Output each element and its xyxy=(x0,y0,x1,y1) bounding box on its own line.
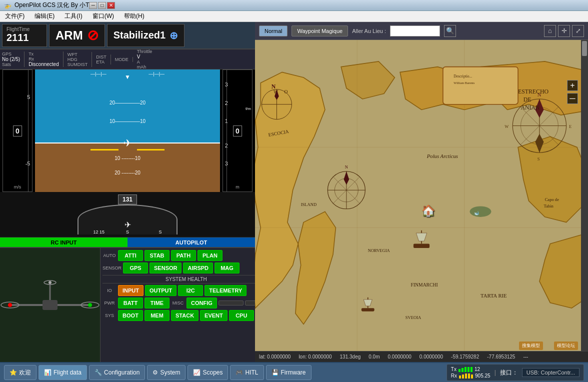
stab-label: Stabilized1 xyxy=(114,30,166,41)
menu-edit[interactable]: 编辑(E) xyxy=(32,11,58,22)
tx-bar-3 xyxy=(464,367,466,372)
rx-label: Rx xyxy=(28,56,59,62)
event-button[interactable]: EVENT xyxy=(200,310,228,321)
mag-button[interactable]: MAG xyxy=(214,262,240,274)
arm-stop-icon[interactable]: ⊘ xyxy=(87,27,98,44)
stab-button[interactable]: STAB xyxy=(144,250,170,261)
close-button[interactable]: ✕ xyxy=(107,2,115,9)
firmware-icon: 💾 xyxy=(272,369,279,376)
status-val1: 0.0000000 xyxy=(388,354,412,360)
airspd-button[interactable]: AIRSPD xyxy=(183,262,213,274)
map-search-button[interactable]: 🔍 xyxy=(444,25,456,37)
stab-icon: ⊕ xyxy=(170,30,178,42)
mem-button[interactable]: MEM xyxy=(144,310,170,321)
dist-section: DIST ETA xyxy=(96,54,111,64)
output-button[interactable]: OUTPUT xyxy=(145,285,176,296)
time-button[interactable]: TIME xyxy=(144,298,170,308)
map-panel: Normal Waypoint Magique Aller Au Lieu : … xyxy=(255,22,588,362)
rx-bar-4 xyxy=(468,374,470,378)
sumdist-label: SUMDIST xyxy=(68,62,88,67)
top-status-bar: FlightTime 2111 ARM ⊘ Stabilized1 ⊕ xyxy=(0,22,255,50)
batt-button[interactable]: BATT xyxy=(118,298,143,308)
map-svg: N S E W N ES xyxy=(255,40,588,351)
i2c-button[interactable]: I2C xyxy=(178,285,203,296)
ground-marker-right xyxy=(137,149,165,150)
zoom-in-button[interactable]: + xyxy=(567,80,578,91)
zoom-controls: + ─ xyxy=(567,80,578,104)
welcome-label: 欢迎 xyxy=(19,368,31,377)
taskbar-firmware[interactable]: 💾 Firmware xyxy=(266,365,312,380)
tx-row: Tx 12 xyxy=(451,366,490,372)
map-tab-normal[interactable]: Normal xyxy=(259,26,288,36)
status-val3: -59.1759282 xyxy=(451,354,479,360)
pitch-10-up: 10—————10 xyxy=(110,118,146,124)
rx-bar-3 xyxy=(465,374,467,378)
svg-rect-46 xyxy=(414,244,430,248)
flight-label: Flight data xyxy=(54,369,82,376)
eta-label: ETA xyxy=(96,60,106,64)
map-view[interactable]: N S E W N ES xyxy=(255,40,588,351)
map-expand-button[interactable]: ⤢ xyxy=(572,25,584,37)
svg-text:ESTRECHO: ESTRECHO xyxy=(518,88,548,95)
map-tab-waypoint[interactable]: Waypoint Magique xyxy=(292,26,348,36)
path-button[interactable]: PATH xyxy=(171,250,196,261)
taskbar-hitl[interactable]: 🎮 HITL xyxy=(230,365,264,380)
location-input[interactable] xyxy=(390,26,440,36)
map-scrollbar[interactable] xyxy=(581,40,588,351)
maximize-button[interactable]: □ xyxy=(98,2,106,9)
taskbar-scopes[interactable]: 📈 Scopes xyxy=(188,365,228,380)
tx-bar-2 xyxy=(462,368,464,372)
gps-button[interactable]: GPS xyxy=(123,262,148,274)
plan-button[interactable]: PLAN xyxy=(198,250,222,261)
aller-au-lieu-label: Aller Au Lieu : xyxy=(352,28,386,34)
taskbar-configuration[interactable]: 🔧 Configuration xyxy=(89,365,145,380)
config-button[interactable]: CONFIG xyxy=(186,298,217,308)
atti-button[interactable]: ATTI xyxy=(118,250,143,261)
menu-tools[interactable]: 工具(I) xyxy=(62,11,85,22)
menu-window[interactable]: 窗口(W) xyxy=(90,11,117,22)
scroll-thumb[interactable] xyxy=(582,41,587,56)
map-home-button[interactable]: ⌂ xyxy=(544,25,556,37)
svg-text:Capo de: Capo de xyxy=(545,197,559,202)
compass-arc: S 12 15 S ✈ xyxy=(78,204,178,234)
auto-row-label: AUTO xyxy=(102,253,116,258)
svg-rect-63 xyxy=(443,67,518,104)
pitch-10-down: 10 --------10 xyxy=(114,156,140,161)
port-separator: | xyxy=(494,369,496,376)
minimize-button[interactable]: ─ xyxy=(89,2,97,9)
stab-status-box: Stabilized1 ⊕ xyxy=(107,24,184,47)
compass-area: 131 S 12 15 S ✈ xyxy=(0,192,255,237)
svg-text:ANIAN: ANIAN xyxy=(520,104,540,111)
stack-button[interactable]: STACK xyxy=(171,310,198,321)
map-move-button[interactable]: ✛ xyxy=(558,25,570,37)
compass-display: 131 S 12 15 S ✈ xyxy=(78,194,178,234)
pwr-row: PWR BATT TIME MISC CONFIG xyxy=(102,298,270,308)
zoom-out-button[interactable]: ─ xyxy=(567,93,578,104)
svg-text:ISLAND: ISLAND xyxy=(301,202,316,207)
boot-button[interactable]: BOOT xyxy=(118,310,143,321)
status-lat: lat: 0.0000000 xyxy=(259,354,290,360)
cpu-button[interactable]: CPU xyxy=(229,310,254,321)
menu-help[interactable]: 帮助(H) xyxy=(121,11,148,22)
tx-bar-4 xyxy=(468,367,470,372)
taskbar-welcome[interactable]: ⭐ 欢迎 xyxy=(4,365,36,380)
pwr-extra1[interactable] xyxy=(218,300,244,306)
titlebar: 🚁 OpenPilot GCS 汉化 By 小T ─ □ ✕ xyxy=(0,0,588,11)
home-icon-marker: 🏠 xyxy=(422,204,435,217)
telemetry-button[interactable]: TELEMETRY xyxy=(204,285,246,296)
menubar: 文件(F) 编辑(E) 工具(I) 窗口(W) 帮助(H) xyxy=(0,11,588,22)
v-label: V xyxy=(137,54,152,60)
menu-file[interactable]: 文件(F) xyxy=(2,11,28,22)
taskbar-flight-data[interactable]: 📊 Flight data xyxy=(38,365,87,380)
gps-label: GPS xyxy=(2,52,20,56)
svg-text:FINMARCHI: FINMARCHI xyxy=(411,282,438,288)
speed-ticks xyxy=(28,70,32,192)
sensor-button[interactable]: SENSOR xyxy=(150,262,182,274)
svg-text:William Barents: William Barents xyxy=(454,81,475,84)
horizon-display: 20—————20 10—————10 10 --------10 20 ---… xyxy=(35,70,220,192)
taskbar-system[interactable]: ⚙ System xyxy=(147,365,186,380)
port-value-display: USB: CopterContr... xyxy=(522,368,580,377)
input-button[interactable]: INPUT xyxy=(118,285,144,296)
misc-row-label: MISC xyxy=(171,300,185,306)
connection-status: Disconnected xyxy=(28,62,59,67)
